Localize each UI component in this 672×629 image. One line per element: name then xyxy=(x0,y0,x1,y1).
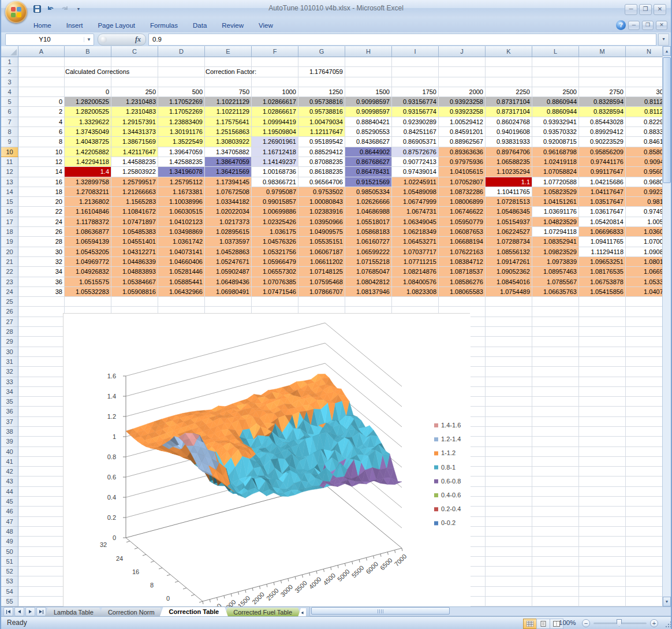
scroll-up-icon[interactable]: ▲ xyxy=(663,46,671,56)
row-header-16[interactable]: 16 xyxy=(1,207,18,217)
cell[interactable]: 0.96168798 xyxy=(532,147,579,157)
cell[interactable] xyxy=(18,67,65,77)
cell[interactable] xyxy=(532,576,579,586)
cell[interactable] xyxy=(626,297,665,307)
row-header-36[interactable]: 36 xyxy=(1,407,18,416)
column-header-D[interactable]: D xyxy=(158,46,205,57)
cell[interactable]: 0.87317104 xyxy=(486,107,532,117)
expand-formula-bar-icon[interactable]: ▾ xyxy=(658,34,669,46)
cell[interactable]: 0.811288 xyxy=(626,107,665,117)
cell[interactable]: 0.90772413 xyxy=(392,157,439,167)
cell[interactable] xyxy=(392,297,439,307)
cell[interactable] xyxy=(626,377,665,387)
cell[interactable] xyxy=(532,377,579,387)
cell[interactable] xyxy=(532,57,579,67)
column-header-C[interactable]: C xyxy=(111,46,158,57)
cell[interactable] xyxy=(18,537,65,546)
cell[interactable] xyxy=(18,587,65,597)
cell[interactable]: 22 xyxy=(18,207,65,217)
row-header-8[interactable]: 8 xyxy=(1,127,18,137)
cell[interactable]: 0.92008715 xyxy=(532,137,579,147)
cell[interactable]: 1.26901961 xyxy=(252,137,298,147)
cell[interactable]: 0.92390289 xyxy=(392,117,439,127)
cell[interactable] xyxy=(626,397,665,407)
cell[interactable]: 1.08556132 xyxy=(486,247,532,257)
row-header-39[interactable]: 39 xyxy=(1,437,18,446)
cell[interactable] xyxy=(18,307,65,317)
cell[interactable]: 1.08137946 xyxy=(345,287,392,297)
cell[interactable] xyxy=(626,67,665,77)
cell[interactable]: 1.06588235 xyxy=(486,157,532,167)
cell[interactable]: 0.8860944 xyxy=(532,107,579,117)
cell[interactable] xyxy=(626,57,665,67)
cell[interactable]: 1.0754489 xyxy=(486,287,532,297)
row-header-2[interactable]: 2 xyxy=(1,67,18,77)
cell[interactable] xyxy=(18,547,65,557)
cell[interactable]: 0.9753502 xyxy=(298,187,345,197)
cell[interactable] xyxy=(18,507,65,516)
cell[interactable] xyxy=(579,297,626,307)
cell[interactable]: 1.40438725 xyxy=(65,137,111,147)
cell[interactable] xyxy=(626,537,665,546)
cell[interactable] xyxy=(486,77,532,87)
cell[interactable] xyxy=(626,597,665,606)
cell[interactable]: 1.00479034 xyxy=(298,117,345,127)
cell[interactable]: 1.07281513 xyxy=(486,197,532,207)
cell[interactable]: 0.99117647 xyxy=(579,167,626,177)
cell[interactable] xyxy=(579,437,626,446)
cell[interactable] xyxy=(626,477,665,486)
column-header-M[interactable]: M xyxy=(579,46,626,57)
row-header-28[interactable]: 28 xyxy=(1,327,18,337)
cell[interactable] xyxy=(532,357,579,367)
column-header-A[interactable]: A xyxy=(18,46,65,57)
cell[interactable]: 1.04969772 xyxy=(65,257,111,267)
row-header-37[interactable]: 37 xyxy=(1,417,18,427)
cell[interactable] xyxy=(532,547,579,557)
cell[interactable]: 1.090835 xyxy=(626,247,665,257)
cell[interactable] xyxy=(626,307,665,317)
cell[interactable] xyxy=(626,427,665,437)
tab-data[interactable]: Data xyxy=(193,22,207,29)
cell[interactable] xyxy=(579,377,626,387)
cell[interactable] xyxy=(626,587,665,597)
cell[interactable]: 8 xyxy=(18,137,65,147)
cell[interactable]: 1.25795112 xyxy=(158,177,205,187)
cell[interactable]: 1.1565283 xyxy=(111,197,158,207)
cell[interactable]: 0.87088235 xyxy=(298,157,345,167)
row-header-19[interactable]: 19 xyxy=(1,237,18,247)
cell[interactable]: 1.08042812 xyxy=(345,277,392,287)
cell[interactable]: 1.3329622 xyxy=(65,117,111,127)
cell[interactable]: 1.07288734 xyxy=(486,237,532,247)
sheet-tab-corrected-fuel-table[interactable]: Corrected Fuel Table xyxy=(224,608,301,617)
cell[interactable]: 2750 xyxy=(579,87,626,97)
cell[interactable] xyxy=(205,77,252,87)
cell[interactable]: 1500 xyxy=(345,87,392,97)
row-header-30[interactable]: 30 xyxy=(1,347,18,357)
cell[interactable]: 1.03498869 xyxy=(158,227,205,237)
cell[interactable]: 1.07037717 xyxy=(392,247,439,257)
cell[interactable]: 0.86024768 xyxy=(486,117,532,127)
cell[interactable] xyxy=(532,567,579,576)
cell[interactable]: 1.0674731 xyxy=(392,207,439,217)
cell[interactable] xyxy=(18,297,65,307)
cell[interactable]: 0.90998597 xyxy=(345,97,392,107)
cell[interactable]: 1.00541 xyxy=(626,217,665,227)
cell[interactable] xyxy=(532,537,579,546)
cell[interactable]: 0.89764706 xyxy=(486,147,532,157)
sheet-tab-lambda-table[interactable]: Lambda Table xyxy=(44,608,103,617)
cell[interactable]: 0.858009 xyxy=(626,147,665,157)
cell[interactable]: 1.05902487 xyxy=(205,267,252,277)
cell[interactable]: 1.08352941 xyxy=(532,237,579,247)
cell[interactable] xyxy=(626,497,665,507)
cell[interactable]: 1.42588235 xyxy=(158,157,205,167)
cell[interactable] xyxy=(65,297,111,307)
cell[interactable]: 1.03517647 xyxy=(579,197,626,207)
cell[interactable] xyxy=(486,457,532,467)
cell[interactable]: 0.95856209 xyxy=(579,147,626,157)
cell[interactable] xyxy=(486,487,532,497)
cell[interactable] xyxy=(65,57,111,67)
cell[interactable]: 0.89363636 xyxy=(439,147,486,157)
cell[interactable]: 0.94019608 xyxy=(486,127,532,137)
tab-view[interactable]: View xyxy=(259,22,273,29)
cell[interactable]: 26 xyxy=(18,227,65,237)
